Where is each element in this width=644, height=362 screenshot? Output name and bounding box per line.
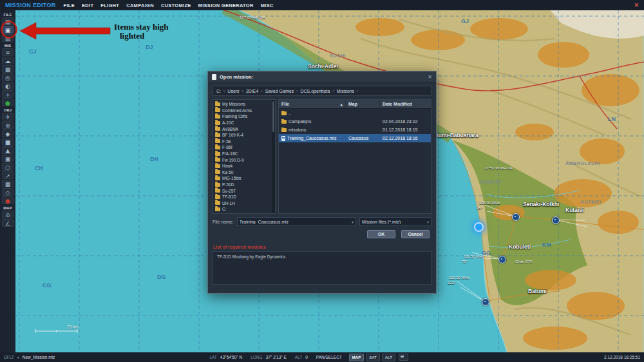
weather-icon[interactable]: ☁: [2, 57, 14, 64]
file-row[interactable]: missions01.12.2018 18:15: [279, 126, 431, 134]
kobuleti-airport-marker[interactable]: [498, 256, 506, 263]
folder-name: Flaming Cliffs: [222, 114, 247, 119]
toolbar-section-file: FILE: [4, 13, 12, 17]
trigger-zone-icon[interactable]: ○: [2, 163, 14, 171]
folder-item[interactable]: TF-51D: [215, 194, 271, 200]
menu-misc[interactable]: MISC: [261, 3, 274, 8]
bullseye-icon[interactable]: ◎: [2, 73, 14, 81]
delete-icon[interactable]: ●: [2, 196, 14, 204]
folder-item[interactable]: BF 109 K-4: [215, 132, 271, 138]
file-type-select[interactable]: Mission files (*.miz) ▾: [359, 217, 431, 226]
distance-tool-icon[interactable]: ∠: [2, 219, 14, 227]
options-icon[interactable]: +: [2, 90, 14, 98]
column-header-date-modified[interactable]: Date Modified: [380, 100, 431, 108]
kutaisi-airport-marker[interactable]: [552, 216, 560, 224]
folder-item[interactable]: A-10C: [215, 120, 271, 126]
folder-item[interactable]: Flaming Cliffs: [215, 113, 271, 120]
time-icon[interactable]: ◐: [2, 82, 14, 90]
folder-item[interactable]: My Missions: [215, 101, 271, 108]
column-header-file[interactable]: File▲: [279, 100, 346, 108]
folder-item[interactable]: P-51D: [215, 182, 271, 188]
folder-icon: [215, 139, 220, 143]
senaki-airport-marker[interactable]: [512, 213, 520, 221]
dialog-titlebar[interactable]: Open mission: ✕: [208, 71, 436, 82]
left-toolbar: FILE▤▣▥MIS≡☁▦◎◐+●OBJ✈⊕◆■▲▣○↗▦◇●MAP⊙∠: [0, 10, 15, 352]
file-row[interactable]: Training_Cauccasus.mizCaucasus02.12.2018…: [279, 134, 431, 142]
template-icon[interactable]: ▦: [2, 180, 14, 187]
folder-item[interactable]: F-5E: [215, 138, 271, 145]
dflt-label[interactable]: DFLT: [4, 355, 14, 359]
breadcrumb-item[interactable]: 2DIE4: [246, 89, 258, 93]
long-label: LONG: [251, 355, 262, 359]
briefing-icon[interactable]: ≡: [2, 48, 14, 56]
folder-item[interactable]: Su-25T: [215, 187, 271, 194]
menu-campaign[interactable]: CAMPAIGN: [126, 3, 154, 8]
rules-icon[interactable]: ▦: [2, 65, 14, 73]
status-indicator-icon[interactable]: [399, 354, 408, 361]
route-icon[interactable]: ↗: [2, 171, 14, 179]
selected-beacon-marker[interactable]: [474, 222, 484, 232]
column-header-map[interactable]: Map: [346, 100, 380, 108]
folder-icon: [215, 121, 220, 125]
helicopter-group-icon[interactable]: ⊕: [2, 121, 14, 129]
cancel-button[interactable]: Cancel: [401, 230, 430, 238]
breadcrumb-item[interactable]: Missions: [337, 89, 354, 93]
menubar: FILEEDITFLIGHTCAMPAIGNCUSTOMIZEMISSION G…: [64, 3, 274, 8]
breadcrumb-item[interactable]: C:: [216, 89, 221, 93]
toggle-sat[interactable]: SAT: [366, 354, 380, 361]
file-row[interactable]: ..: [279, 109, 431, 117]
folder-item[interactable]: MiG-15bis: [215, 175, 271, 182]
folder-item[interactable]: UH-1H: [215, 200, 271, 207]
folder-panel: My MissionsCombined ArmsFlaming CliffsA-…: [213, 99, 276, 214]
mode-indicator[interactable]: PAN/SELECT: [316, 355, 342, 359]
file-name-input[interactable]: [240, 220, 350, 224]
save-mission-icon[interactable]: ▥: [2, 34, 14, 42]
folder-item[interactable]: Hawk: [215, 163, 271, 169]
chevron-down-icon[interactable]: ▾: [17, 355, 19, 359]
group-list-icon[interactable]: ▣: [2, 155, 14, 162]
folder-item[interactable]: AV8BNA: [215, 126, 271, 132]
folder-scrollbar[interactable]: [272, 100, 275, 213]
breadcrumb-item[interactable]: DCS.openbeta: [300, 89, 330, 93]
folder-item[interactable]: Ka-50: [215, 169, 271, 176]
folder-item[interactable]: Combined Arms: [215, 108, 271, 114]
window-close-button[interactable]: ✕: [634, 2, 639, 8]
folder-name: BF 109 K-4: [222, 133, 243, 137]
map-options-icon[interactable]: ⊙: [2, 211, 14, 218]
folder-item[interactable]: Fw 190 D-9: [215, 157, 271, 163]
file-table-rows: ..Campaigns02.04.2018 23:22missions01.12…: [279, 109, 431, 142]
ok-button[interactable]: OK: [367, 230, 395, 238]
file-row[interactable]: Campaigns02.04.2018 23:22: [279, 117, 431, 126]
vehicle-group-icon[interactable]: ■: [2, 138, 14, 146]
toggle-alt[interactable]: ALT: [382, 354, 395, 361]
scrollbar-thumb[interactable]: [272, 101, 274, 132]
aircraft-group-icon[interactable]: ✈: [2, 113, 14, 120]
measure-icon[interactable]: ◇: [2, 188, 14, 196]
chevron-down-icon[interactable]: ▾: [352, 220, 354, 224]
date-cell: 02.12.2018 18:16: [380, 136, 431, 140]
menu-flight[interactable]: FLIGHT: [100, 3, 119, 8]
breadcrumb-item[interactable]: Saved Games: [265, 89, 294, 93]
folder-name: C:: [222, 207, 227, 211]
folder-icon: [215, 158, 220, 162]
folder-icon: [215, 176, 220, 180]
open-mission-icon[interactable]: ▣: [2, 26, 14, 33]
menu-edit[interactable]: EDIT: [82, 3, 93, 8]
static-object-icon[interactable]: ▲: [2, 146, 14, 154]
batumi-airport-marker[interactable]: [482, 298, 489, 306]
folder-item[interactable]: C:: [215, 206, 271, 213]
menu-customize[interactable]: CUSTOMIZE: [161, 3, 191, 8]
breadcrumb-item[interactable]: Users: [227, 89, 239, 93]
ready-icon[interactable]: ●: [2, 99, 14, 106]
toggle-map[interactable]: MAP: [349, 354, 364, 361]
folder-name: UH-1H: [222, 201, 235, 205]
new-mission-icon[interactable]: ▤: [2, 17, 14, 25]
folder-name: F-86F: [222, 145, 233, 149]
folder-item[interactable]: F/A-18C: [215, 151, 271, 157]
menu-file[interactable]: FILE: [64, 3, 75, 8]
ship-group-icon[interactable]: ◆: [2, 129, 14, 137]
toolbar-section-mis: MIS: [5, 44, 12, 48]
dialog-close-button[interactable]: ✕: [428, 74, 432, 80]
menu-mission-generator[interactable]: MISSION GENERATOR: [198, 3, 254, 8]
folder-item[interactable]: F-86F: [215, 144, 271, 151]
